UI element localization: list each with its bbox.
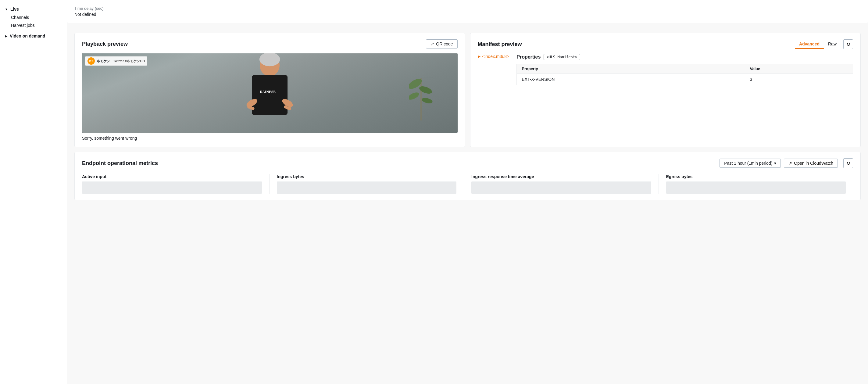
- manifest-preview-header: Manifest preview Advanced Raw ↻: [478, 39, 854, 49]
- metrics-col-ingress-response-time: Ingress response time average: [471, 174, 659, 194]
- qr-code-button[interactable]: ↗ QR code: [426, 39, 457, 49]
- period-select[interactable]: Past 1 hour (1min period) ▾: [719, 158, 781, 168]
- sidebar-section-live[interactable]: ▼ Live: [0, 5, 67, 13]
- egress-bytes-label: Egress bytes: [666, 174, 846, 179]
- playback-error-text: Sorry, something went wrong: [82, 136, 458, 141]
- sidebar-section-vod[interactable]: ▶ Video on demand: [0, 32, 67, 40]
- channel-name: ネモケン: [97, 59, 110, 63]
- tab-raw[interactable]: Raw: [824, 40, 841, 49]
- playback-preview-title: Playback preview: [82, 41, 128, 47]
- time-delay-label: Time delay (sec): [74, 6, 861, 11]
- chevron-down-icon: ▼: [5, 8, 8, 11]
- manifest-tree: ▶ <index.m3u8>: [478, 54, 509, 85]
- value-col-header: Value: [745, 64, 853, 74]
- video-frame: DAINESE ネモ ネモ: [82, 53, 458, 133]
- manifest-tabs-container: Advanced Raw ↻: [795, 39, 853, 49]
- refresh-icon: ↻: [846, 41, 850, 47]
- open-cloudwatch-button[interactable]: ↗ Open in CloudWatch: [784, 158, 838, 168]
- properties-panel: Properties <HLS Manifest> Property Value: [517, 54, 853, 85]
- sidebar-section-live-label: Live: [10, 7, 19, 11]
- metrics-col-ingress-bytes: Ingress bytes: [277, 174, 464, 194]
- sidebar: ▼ Live Channels Harvest jobs ▶ Video on …: [0, 0, 67, 384]
- manifest-preview-title: Manifest preview: [478, 41, 522, 48]
- time-delay-section: Time delay (sec) Not defined: [67, 0, 868, 23]
- svg-point-4: [421, 97, 433, 105]
- egress-bytes-chart: [666, 181, 846, 194]
- sidebar-section-vod-label: Video on demand: [10, 34, 45, 38]
- tab-advanced[interactable]: Advanced: [795, 40, 824, 49]
- hls-badge: <HLS Manifest>: [544, 54, 580, 60]
- external-link-icon: ↗: [431, 41, 434, 47]
- ingress-bytes-chart: [277, 181, 457, 194]
- main-content: Time delay (sec) Not defined Playback pr…: [67, 0, 868, 384]
- metrics-columns: Active input Ingress bytes Ingress respo…: [82, 174, 853, 194]
- metrics-header: Endpoint operational metrics Past 1 hour…: [82, 158, 853, 168]
- properties-table: Property Value EXT-X-VERSION 3: [517, 64, 853, 85]
- video-container: DAINESE ネモ ネモ: [82, 53, 458, 133]
- period-select-label: Past 1 hour (1min period): [724, 161, 772, 166]
- chevron-right-icon: ▶: [5, 34, 7, 38]
- metrics-col-active-input: Active input: [82, 174, 270, 194]
- properties-title: Properties: [517, 54, 540, 60]
- playback-preview-card: Playback preview ↗ QR code: [74, 33, 465, 147]
- property-col-header: Property: [517, 64, 745, 74]
- metrics-controls: Past 1 hour (1min period) ▾ ↗ Open in Cl…: [719, 158, 853, 168]
- manifest-preview-card: Manifest preview Advanced Raw ↻ ▶ <index…: [470, 33, 861, 147]
- sidebar-item-channels[interactable]: Channels: [0, 13, 67, 21]
- active-input-chart: [82, 181, 262, 194]
- person-silhouette: DAINESE: [120, 53, 420, 133]
- play-triangle-icon: ▶: [478, 54, 480, 59]
- svg-point-13: [251, 107, 254, 110]
- external-link-icon: ↗: [788, 161, 792, 166]
- ingress-response-time-label: Ingress response time average: [471, 174, 651, 179]
- cards-row: Playback preview ↗ QR code: [74, 33, 861, 147]
- table-row: EXT-X-VERSION 3: [517, 74, 853, 85]
- sidebar-item-harvest-jobs-label: Harvest jobs: [11, 23, 35, 28]
- property-value-cell: 3: [745, 74, 853, 85]
- time-delay-value: Not defined: [74, 12, 861, 17]
- svg-rect-7: [252, 75, 287, 115]
- cloudwatch-button-label: Open in CloudWatch: [794, 161, 833, 166]
- manifest-content: ▶ <index.m3u8> Properties <HLS Manifest>…: [478, 54, 854, 85]
- manifest-refresh-button[interactable]: ↻: [843, 39, 853, 49]
- property-name-cell: EXT-X-VERSION: [517, 74, 745, 85]
- twitter-handle: Twitter #ネモケンCH: [113, 59, 145, 63]
- sidebar-item-harvest-jobs[interactable]: Harvest jobs: [0, 21, 67, 29]
- ingress-bytes-label: Ingress bytes: [277, 174, 457, 179]
- sidebar-item-channels-label: Channels: [11, 15, 29, 20]
- metrics-title: Endpoint operational metrics: [82, 160, 158, 167]
- metrics-col-egress-bytes: Egress bytes: [666, 174, 854, 194]
- dropdown-arrow-icon: ▾: [774, 161, 776, 166]
- channel-logo: ネモ: [88, 57, 95, 65]
- metrics-refresh-button[interactable]: ↻: [843, 158, 853, 168]
- playback-preview-header: Playback preview ↗ QR code: [82, 39, 458, 49]
- endpoint-metrics-section: Endpoint operational metrics Past 1 hour…: [74, 152, 861, 200]
- qr-code-label: QR code: [436, 41, 453, 47]
- manifest-filename: <index.m3u8>: [482, 54, 509, 59]
- properties-header: Properties <HLS Manifest>: [517, 54, 853, 60]
- metrics-refresh-icon: ↻: [846, 160, 850, 166]
- video-top-bar: ネモ ネモケン Twitter #ネモケンCH: [85, 56, 147, 66]
- active-input-label: Active input: [82, 174, 262, 179]
- manifest-file-link[interactable]: ▶ <index.m3u8>: [478, 54, 509, 59]
- svg-point-2: [418, 85, 433, 95]
- svg-point-16: [288, 107, 291, 110]
- ingress-response-chart: [471, 181, 651, 194]
- svg-text:DAINESE: DAINESE: [260, 90, 276, 94]
